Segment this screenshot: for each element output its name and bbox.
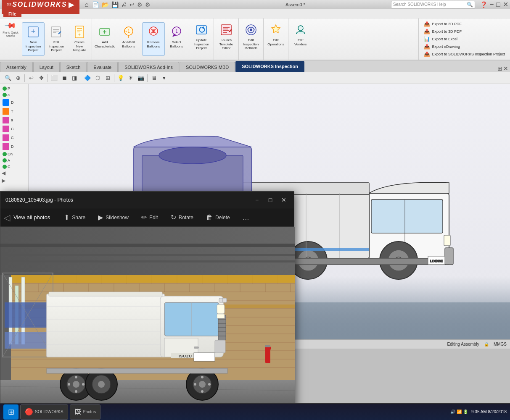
- close-sw-btn[interactable]: ✕: [503, 0, 508, 8]
- edit-operations-button[interactable]: EditOperations: [264, 20, 287, 58]
- file-menu[interactable]: File: [3, 10, 21, 17]
- photos-taskbar-label: Photos: [83, 410, 96, 414]
- perspective-btn[interactable]: 🔷: [83, 74, 92, 83]
- tab-evaluate[interactable]: Evaluate: [87, 62, 118, 72]
- collapse-tab-icon[interactable]: ✕: [503, 65, 508, 72]
- help-icon[interactable]: ❓: [480, 1, 487, 8]
- add-edit-balloons-button[interactable]: 1+ Add/EditBalloons: [117, 22, 140, 56]
- tab-assembly[interactable]: Assembly: [0, 62, 33, 72]
- appearance-btn[interactable]: 💡: [116, 74, 125, 83]
- lp-blue-box: [3, 99, 9, 106]
- delete-label: Delete: [215, 215, 230, 220]
- normal-view-btn[interactable]: ⬡: [93, 74, 102, 83]
- open-icon[interactable]: 📂: [102, 1, 109, 8]
- photos-taskbar-icon: 🖼: [74, 408, 81, 416]
- expand-left-panel[interactable]: ▶: [2, 178, 26, 184]
- tab-solidworks-inspection[interactable]: SOLIDWORKS Inspection: [235, 61, 304, 72]
- rebuild-icon[interactable]: ⚙: [137, 1, 143, 8]
- rotate-icon: ↻: [171, 213, 176, 221]
- export-group: 📤 Export to 2D PDF 📤 Export to 3D PDF 📊 …: [418, 18, 510, 60]
- lights-btn[interactable]: ☀: [126, 74, 135, 83]
- remove-balloons-button[interactable]: 1 RemoveBalloons: [142, 22, 165, 56]
- tab-sketch[interactable]: Sketch: [60, 62, 87, 72]
- zoom-in-btn[interactable]: 🔍: [3, 74, 13, 83]
- tab-solidworks-addins[interactable]: SOLIDWORKS Add-Ins: [118, 62, 179, 72]
- rotate-btn[interactable]: ↩: [26, 74, 36, 83]
- photos-window-title: 0180820_105403.jpg - Photos: [5, 197, 252, 203]
- export-sw-project-button[interactable]: 📤 Export to SOLIDWORKS Inspection Projec…: [422, 50, 507, 58]
- maximize-sw-btn[interactable]: □: [496, 1, 500, 8]
- zoom-fit-btn[interactable]: ⊕: [13, 74, 23, 83]
- export-3d-pdf-button[interactable]: 📤 Export to 3D PDF: [422, 28, 507, 35]
- prev-photo-icon[interactable]: ◁: [4, 213, 10, 223]
- tab-solidworks-mbd[interactable]: SOLIDWORKS MBD: [180, 62, 235, 72]
- taskbar-photos-item[interactable]: 🖼 Photos: [70, 404, 100, 420]
- photos-maximize-btn[interactable]: □: [265, 195, 275, 205]
- new-inspection-project-button[interactable]: + NewInspectionProject: [22, 22, 45, 56]
- svg-point-148: [201, 376, 203, 378]
- tab-layout[interactable]: Layout: [33, 62, 60, 72]
- launch-template-editor-button[interactable]: LaunchTemplateEditor: [215, 20, 238, 58]
- toolbar-sep-2: [48, 74, 48, 82]
- start-icon: ⊞: [8, 407, 14, 417]
- collapse-left-panel[interactable]: ◀: [2, 170, 26, 176]
- taskbar-solidworks-item[interactable]: 🔴 SOLIDWORKS: [20, 404, 68, 420]
- edit-inspection-methods-button[interactable]: EditInspectionMethods: [240, 20, 262, 58]
- rotate-btn[interactable]: ↻ Rotate: [165, 210, 199, 224]
- export-excel-icon: 📊: [424, 36, 430, 42]
- new-icon[interactable]: 📄: [92, 1, 99, 8]
- edit-vendors-button[interactable]: EditVendors: [289, 20, 312, 58]
- undo-icon[interactable]: ↩: [129, 1, 135, 8]
- update-inspection-project-button[interactable]: UpdateInspectionProject: [190, 20, 213, 58]
- search-box[interactable]: Search SOLIDWORKS Help 🔍: [391, 1, 475, 8]
- characteristics-group: AddCharacteristic 1+ Add/EditBalloons: [92, 18, 141, 60]
- photos-title-bar: 0180820_105403.jpg - Photos − □ ✕: [0, 192, 294, 208]
- remove-balloons-label: RemoveBalloons: [147, 40, 160, 48]
- svg-point-150: [194, 383, 196, 386]
- svg-point-151: [208, 383, 211, 386]
- export-2d-pdf-button[interactable]: 📤 Export to 2D PDF: [422, 20, 507, 28]
- svg-rect-122: [47, 294, 164, 357]
- section-view-btn[interactable]: ◨: [70, 74, 79, 83]
- start-button[interactable]: ⊞: [3, 404, 18, 420]
- home-icon[interactable]: ⌂: [85, 1, 89, 8]
- pin-button[interactable]: 📌 Pin to Quickaccess: [0, 18, 21, 60]
- search-icon[interactable]: 🔍: [467, 2, 473, 8]
- print-icon[interactable]: 🖨: [121, 1, 127, 8]
- edit-btn[interactable]: ✏ Edit: [136, 210, 164, 224]
- save-icon[interactable]: 💾: [111, 1, 119, 8]
- photos-minimize-btn[interactable]: −: [252, 195, 262, 205]
- select-balloons-button[interactable]: 1 SelectBalloons: [165, 22, 188, 56]
- edit-inspection-project-button[interactable]: EditInspectionProject: [45, 22, 68, 56]
- more-views-btn[interactable]: ▾: [159, 74, 169, 83]
- export-excel-button[interactable]: 📊 Export to Excel: [422, 35, 507, 43]
- share-btn[interactable]: ⬆ Share: [58, 210, 91, 224]
- pan-btn[interactable]: ✥: [37, 74, 46, 83]
- svg-rect-109: [0, 275, 295, 283]
- svg-rect-52: [444, 235, 450, 246]
- settings-icon[interactable]: ⚙: [145, 1, 151, 8]
- rotate-label: Rotate: [179, 215, 193, 220]
- photos-close-btn[interactable]: ✕: [279, 195, 289, 205]
- balloons-group: 1 RemoveBalloons 1 SelectBalloons: [141, 18, 189, 60]
- wireframe-btn[interactable]: ⬜: [50, 74, 59, 83]
- new-inspection-label: NewInspectionProject: [26, 40, 41, 52]
- delete-btn[interactable]: 🗑 Delete: [201, 211, 235, 224]
- add-characteristic-button[interactable]: AddCharacteristic: [93, 22, 117, 56]
- slideshow-btn[interactable]: ▶ Slideshow: [92, 210, 134, 224]
- export-sw-project-icon: 📤: [424, 51, 430, 57]
- svg-rect-51: [445, 248, 453, 265]
- view-orient-btn[interactable]: ⊞: [103, 74, 112, 83]
- toolbar-sep-5: [147, 74, 148, 82]
- shaded-btn[interactable]: ◼: [60, 74, 69, 83]
- camera-btn[interactable]: 📷: [136, 74, 145, 83]
- minimize-sw-btn[interactable]: −: [490, 1, 494, 8]
- more-btn[interactable]: …: [237, 211, 255, 224]
- create-new-template-button[interactable]: + CreateNewtemplate: [68, 22, 91, 56]
- tabs-bar: Assembly Layout Sketch Evaluate SOLIDWOR…: [0, 60, 510, 72]
- display-btn[interactable]: 🖥: [149, 74, 159, 83]
- expand-tab-icon[interactable]: ⊞: [497, 65, 502, 72]
- export-edrawing-button[interactable]: 📤 Export eDrawing: [422, 43, 507, 50]
- photos-window: 0180820_105403.jpg - Photos − □ ✕ ◁ View…: [0, 191, 294, 420]
- view-all-photos-btn[interactable]: View all photos: [13, 214, 50, 220]
